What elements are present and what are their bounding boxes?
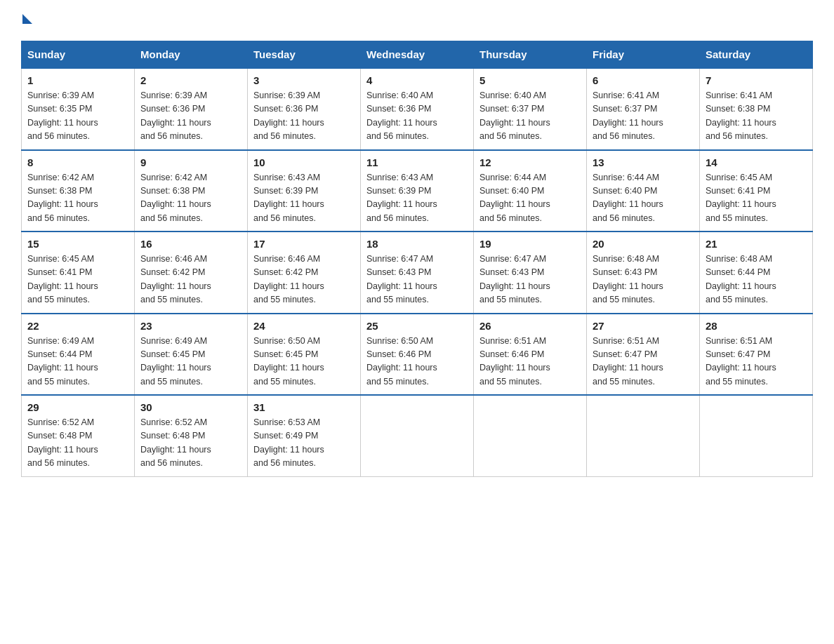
calendar-day-cell: 27 Sunrise: 6:51 AMSunset: 6:47 PMDaylig… <box>587 314 700 396</box>
day-info: Sunrise: 6:47 AMSunset: 6:43 PMDaylight:… <box>366 254 437 304</box>
day-number: 9 <box>140 156 241 168</box>
day-number: 20 <box>593 238 694 250</box>
day-number: 23 <box>140 320 241 332</box>
page-header <box>21 14 813 27</box>
calendar-day-cell: 26 Sunrise: 6:51 AMSunset: 6:46 PMDaylig… <box>474 314 587 396</box>
calendar-week-row: 22 Sunrise: 6:49 AMSunset: 6:44 PMDaylig… <box>22 314 813 396</box>
calendar-day-cell: 28 Sunrise: 6:51 AMSunset: 6:47 PMDaylig… <box>700 314 813 396</box>
day-info: Sunrise: 6:53 AMSunset: 6:49 PMDaylight:… <box>253 417 324 468</box>
day-info: Sunrise: 6:41 AMSunset: 6:37 PMDaylight:… <box>593 90 663 141</box>
calendar-day-cell: 22 Sunrise: 6:49 AMSunset: 6:44 PMDaylig… <box>22 314 135 396</box>
calendar-day-cell: 15 Sunrise: 6:45 AMSunset: 6:41 PMDaylig… <box>22 232 135 314</box>
header-thursday: Thursday <box>474 41 587 69</box>
day-number: 4 <box>366 74 468 86</box>
day-number: 1 <box>27 74 128 86</box>
calendar-day-cell: 14 Sunrise: 6:45 AMSunset: 6:41 PMDaylig… <box>700 150 813 232</box>
calendar-empty-cell <box>587 395 700 476</box>
day-info: Sunrise: 6:47 AMSunset: 6:43 PMDaylight:… <box>479 254 550 304</box>
calendar-day-cell: 19 Sunrise: 6:47 AMSunset: 6:43 PMDaylig… <box>474 232 587 314</box>
day-info: Sunrise: 6:43 AMSunset: 6:39 PMDaylight:… <box>366 173 437 223</box>
day-number: 24 <box>253 320 355 332</box>
header-wednesday: Wednesday <box>361 41 474 69</box>
calendar-day-cell: 16 Sunrise: 6:46 AMSunset: 6:42 PMDaylig… <box>135 232 248 314</box>
day-info: Sunrise: 6:50 AMSunset: 6:46 PMDaylight:… <box>366 336 437 387</box>
day-info: Sunrise: 6:52 AMSunset: 6:48 PMDaylight:… <box>140 417 211 468</box>
day-info: Sunrise: 6:51 AMSunset: 6:46 PMDaylight:… <box>479 336 550 387</box>
calendar-day-cell: 25 Sunrise: 6:50 AMSunset: 6:46 PMDaylig… <box>361 314 474 396</box>
day-info: Sunrise: 6:49 AMSunset: 6:44 PMDaylight:… <box>27 336 98 387</box>
day-info: Sunrise: 6:48 AMSunset: 6:43 PMDaylight:… <box>593 254 663 304</box>
calendar-week-row: 8 Sunrise: 6:42 AMSunset: 6:38 PMDayligh… <box>22 150 813 232</box>
day-number: 10 <box>253 156 355 168</box>
calendar-day-cell: 2 Sunrise: 6:39 AMSunset: 6:36 PMDayligh… <box>135 68 248 150</box>
day-info: Sunrise: 6:39 AMSunset: 6:36 PMDaylight:… <box>253 90 324 141</box>
day-number: 6 <box>593 74 694 86</box>
calendar-day-cell: 23 Sunrise: 6:49 AMSunset: 6:45 PMDaylig… <box>135 314 248 396</box>
day-number: 7 <box>706 74 807 86</box>
calendar-empty-cell <box>361 395 474 476</box>
calendar-day-cell: 5 Sunrise: 6:40 AMSunset: 6:37 PMDayligh… <box>474 68 587 150</box>
calendar-day-cell: 30 Sunrise: 6:52 AMSunset: 6:48 PMDaylig… <box>135 395 248 476</box>
day-info: Sunrise: 6:45 AMSunset: 6:41 PMDaylight:… <box>706 173 776 223</box>
day-info: Sunrise: 6:51 AMSunset: 6:47 PMDaylight:… <box>706 336 776 387</box>
calendar-day-cell: 31 Sunrise: 6:53 AMSunset: 6:49 PMDaylig… <box>248 395 361 476</box>
calendar-day-cell: 11 Sunrise: 6:43 AMSunset: 6:39 PMDaylig… <box>361 150 474 232</box>
header-sunday: Sunday <box>22 41 135 69</box>
calendar-day-cell: 9 Sunrise: 6:42 AMSunset: 6:38 PMDayligh… <box>135 150 248 232</box>
logo-arrow-icon <box>22 14 32 24</box>
calendar-table: SundayMondayTuesdayWednesdayThursdayFrid… <box>21 41 813 477</box>
day-info: Sunrise: 6:46 AMSunset: 6:42 PMDaylight:… <box>253 254 324 304</box>
day-info: Sunrise: 6:39 AMSunset: 6:35 PMDaylight:… <box>27 90 98 141</box>
calendar-day-cell: 29 Sunrise: 6:52 AMSunset: 6:48 PMDaylig… <box>22 395 135 476</box>
calendar-week-row: 1 Sunrise: 6:39 AMSunset: 6:35 PMDayligh… <box>22 68 813 150</box>
calendar-day-cell: 3 Sunrise: 6:39 AMSunset: 6:36 PMDayligh… <box>248 68 361 150</box>
day-info: Sunrise: 6:40 AMSunset: 6:37 PMDaylight:… <box>479 90 550 141</box>
day-info: Sunrise: 6:39 AMSunset: 6:36 PMDaylight:… <box>140 90 211 141</box>
calendar-day-cell: 18 Sunrise: 6:47 AMSunset: 6:43 PMDaylig… <box>361 232 474 314</box>
header-monday: Monday <box>135 41 248 69</box>
calendar-day-cell: 10 Sunrise: 6:43 AMSunset: 6:39 PMDaylig… <box>248 150 361 232</box>
day-number: 25 <box>366 320 468 332</box>
day-number: 28 <box>706 320 807 332</box>
calendar-empty-cell <box>700 395 813 476</box>
day-number: 16 <box>140 238 241 250</box>
calendar-day-cell: 8 Sunrise: 6:42 AMSunset: 6:38 PMDayligh… <box>22 150 135 232</box>
day-info: Sunrise: 6:42 AMSunset: 6:38 PMDaylight:… <box>27 173 98 223</box>
day-info: Sunrise: 6:52 AMSunset: 6:48 PMDaylight:… <box>27 417 98 468</box>
calendar-day-cell: 7 Sunrise: 6:41 AMSunset: 6:38 PMDayligh… <box>700 68 813 150</box>
day-info: Sunrise: 6:41 AMSunset: 6:38 PMDaylight:… <box>706 90 776 141</box>
day-number: 2 <box>140 74 241 86</box>
day-number: 27 <box>593 320 694 332</box>
day-info: Sunrise: 6:48 AMSunset: 6:44 PMDaylight:… <box>706 254 776 304</box>
logo <box>21 14 32 27</box>
calendar-week-row: 29 Sunrise: 6:52 AMSunset: 6:48 PMDaylig… <box>22 395 813 476</box>
day-number: 13 <box>593 156 694 168</box>
day-info: Sunrise: 6:45 AMSunset: 6:41 PMDaylight:… <box>27 254 98 304</box>
day-number: 15 <box>27 238 128 250</box>
calendar-day-cell: 20 Sunrise: 6:48 AMSunset: 6:43 PMDaylig… <box>587 232 700 314</box>
header-saturday: Saturday <box>700 41 813 69</box>
day-info: Sunrise: 6:44 AMSunset: 6:40 PMDaylight:… <box>479 173 550 223</box>
day-number: 8 <box>27 156 128 168</box>
day-number: 14 <box>706 156 807 168</box>
day-number: 21 <box>706 238 807 250</box>
day-number: 30 <box>140 401 241 413</box>
calendar-day-cell: 17 Sunrise: 6:46 AMSunset: 6:42 PMDaylig… <box>248 232 361 314</box>
calendar-day-cell: 1 Sunrise: 6:39 AMSunset: 6:35 PMDayligh… <box>22 68 135 150</box>
calendar-day-cell: 4 Sunrise: 6:40 AMSunset: 6:36 PMDayligh… <box>361 68 474 150</box>
calendar-day-cell: 21 Sunrise: 6:48 AMSunset: 6:44 PMDaylig… <box>700 232 813 314</box>
calendar-day-cell: 6 Sunrise: 6:41 AMSunset: 6:37 PMDayligh… <box>587 68 700 150</box>
day-number: 31 <box>253 401 355 413</box>
calendar-week-row: 15 Sunrise: 6:45 AMSunset: 6:41 PMDaylig… <box>22 232 813 314</box>
day-info: Sunrise: 6:51 AMSunset: 6:47 PMDaylight:… <box>593 336 663 387</box>
day-number: 29 <box>27 401 128 413</box>
day-number: 11 <box>366 156 468 168</box>
calendar-day-cell: 12 Sunrise: 6:44 AMSunset: 6:40 PMDaylig… <box>474 150 587 232</box>
day-number: 12 <box>479 156 581 168</box>
day-info: Sunrise: 6:42 AMSunset: 6:38 PMDaylight:… <box>140 173 211 223</box>
day-number: 5 <box>479 74 581 86</box>
day-info: Sunrise: 6:50 AMSunset: 6:45 PMDaylight:… <box>253 336 324 387</box>
day-info: Sunrise: 6:49 AMSunset: 6:45 PMDaylight:… <box>140 336 211 387</box>
day-number: 22 <box>27 320 128 332</box>
calendar-empty-cell <box>474 395 587 476</box>
